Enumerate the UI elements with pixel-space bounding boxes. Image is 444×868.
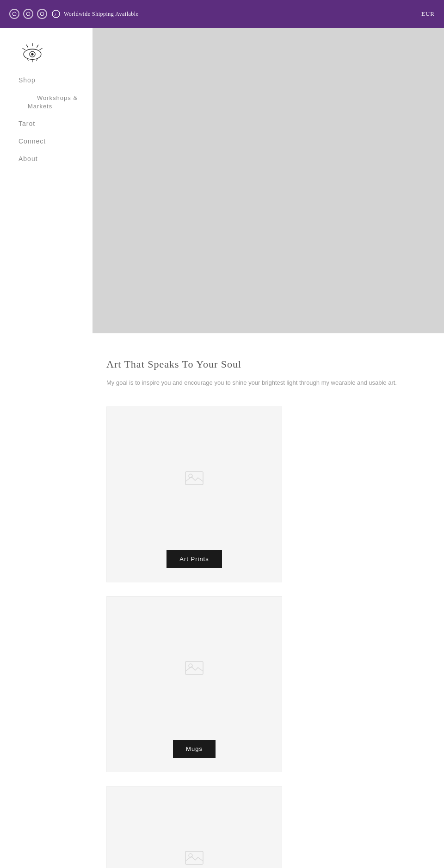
svg-line-8 [37, 45, 38, 48]
svg-line-6 [26, 45, 28, 48]
nav-item-shop[interactable]: Shop [18, 76, 92, 84]
nav-item-tarot[interactable]: Tarot [18, 119, 92, 128]
main-content: Art That Speaks To Your Soul My goal is … [92, 28, 444, 868]
shipping-text: Worldwide Shipping Available [64, 11, 138, 18]
sidebar: Shop Workshops & Markets Tarot Connect A… [0, 28, 92, 868]
logo-area[interactable] [18, 42, 92, 67]
svg-line-7 [23, 48, 25, 50]
svg-line-9 [39, 48, 42, 50]
nav-link-shop[interactable]: Shop [18, 76, 36, 84]
section-title: Art That Speaks To Your Soul [106, 356, 430, 372]
svg-point-0 [12, 12, 16, 16]
svg-point-1 [26, 12, 30, 16]
tiktok-icon[interactable]: ♪ [51, 9, 61, 19]
main-nav: Shop Workshops & Markets Tarot Connect A… [18, 76, 92, 163]
eye-logo-icon [18, 42, 46, 65]
product-image-placeholder-1 [107, 407, 282, 550]
social-icon-3[interactable] [37, 9, 47, 19]
product-card-rework: Re:Work Custom Clothing [106, 786, 282, 868]
social-icon-1[interactable] [9, 9, 19, 19]
hero-image [92, 28, 444, 333]
svg-text:♪: ♪ [54, 12, 56, 17]
nav-link-tarot[interactable]: Tarot [18, 120, 35, 127]
product-image-placeholder-2 [107, 597, 282, 740]
section-description: My goal is to inspire you and encourage … [106, 378, 430, 388]
mugs-button[interactable]: Mugs [173, 740, 216, 758]
nav-item-workshops[interactable]: Workshops & Markets [18, 94, 92, 110]
svg-point-12 [31, 53, 33, 56]
products-grid: Art Prints Mugs [106, 406, 430, 868]
nav-item-about[interactable]: About [18, 155, 92, 163]
product-image-placeholder-3 [107, 787, 282, 868]
nav-item-connect[interactable]: Connect [18, 137, 92, 145]
nav-link-connect[interactable]: Connect [18, 137, 46, 145]
svg-rect-18 [185, 662, 203, 674]
product-card-mugs: Mugs [106, 596, 282, 772]
social-icon-2[interactable] [23, 9, 33, 19]
content-section: Art That Speaks To Your Soul My goal is … [92, 333, 444, 868]
placeholder-icon-2 [185, 661, 204, 675]
nav-link-about[interactable]: About [18, 155, 38, 162]
product-card-art-prints: Art Prints [106, 406, 282, 582]
nav-link-workshops[interactable]: Workshops & Markets [28, 94, 78, 110]
placeholder-icon-3 [185, 851, 204, 865]
currency-selector[interactable]: EUR [421, 10, 435, 18]
top-banner: ♪ Worldwide Shipping Available EUR [0, 0, 444, 28]
placeholder-icon-1 [185, 471, 204, 485]
social-icons-group: ♪ [9, 9, 61, 19]
svg-rect-16 [185, 472, 203, 485]
svg-point-2 [40, 12, 44, 16]
svg-rect-20 [185, 851, 203, 864]
art-prints-button[interactable]: Art Prints [166, 550, 222, 568]
